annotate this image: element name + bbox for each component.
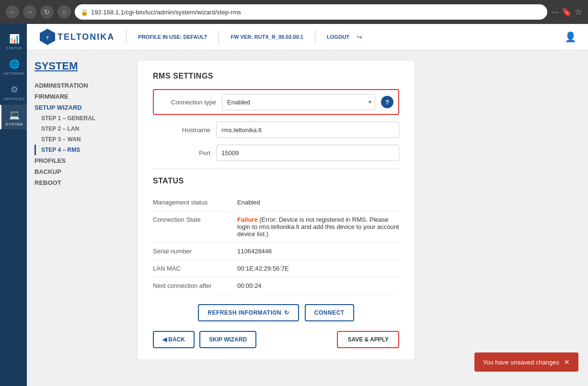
nav-item-step2[interactable]: STEP 2 – LAN [35,124,125,134]
section-divider [153,169,399,169]
rms-settings-title: RMS SETTINGS [153,72,399,80]
management-status-value: Enabled [237,199,399,206]
status-row-serial: Serial number 1106428446 [153,243,399,260]
bottom-navigation-buttons: ◀ BACK SKIP WIZARD SAVE & APPLY [153,331,399,348]
logout-icon[interactable]: ↪ [357,34,362,41]
home-nav-button[interactable]: ⌂ [58,5,71,19]
system-icon: 💻 [9,110,20,120]
sidebar-label-services: SERVICES [3,97,24,101]
settings-card: RMS SETTINGS Connection type Enabled Dis… [137,60,415,360]
toast-message: You have unsaved changes [483,359,559,366]
browser-action-buttons: ··· 🔖 ☆ [551,7,582,17]
connection-type-row: Connection type Enabled Disabled ▾ ? [153,89,399,115]
serial-number-value: 1106428446 [237,248,399,255]
left-nav: SYSTEM ADMINISTRATION FIRMWARE SETUP WIZ… [27,50,132,386]
connection-state-key: Connection State [153,216,230,223]
header-divider-1 [126,30,127,44]
status-row-management: Management status Enabled [153,194,399,211]
next-connection-value: 00:00:24 [237,282,399,289]
services-icon: ⚙ [11,84,18,95]
unsaved-changes-toast: You have unsaved changes ✕ [474,352,578,372]
failure-label: Failure [237,216,258,223]
lan-mac-value: 00:1E:42:29:56:7E [237,265,399,272]
skip-wizard-button[interactable]: SKIP WIZARD [199,331,256,348]
bottom-left-buttons: ◀ BACK SKIP WIZARD [153,331,256,348]
failure-detail: (Error: Device is not registered in RMS.… [237,216,399,238]
url-text: 192.168.1.1/cgi-bin/luci/admin/system/wi… [91,9,241,16]
sidebar-item-services[interactable]: ⚙ SERVICES [0,79,27,104]
secure-icon: 🔒 [81,9,88,16]
sidebar-label-status: STATUS [6,46,22,50]
browser-chrome: ← → ↻ ⌂ 🔒 192.168.1.1/cgi-bin/luci/admin… [0,0,588,24]
header-divider-2 [219,30,219,44]
refresh-btn-label: REFRESH INFORMATION [208,309,281,316]
main-panel: RMS SETTINGS Connection type Enabled Dis… [132,50,588,386]
sidebar-label-system: SYSTEM [6,122,23,126]
refresh-nav-button[interactable]: ↻ [40,5,54,19]
sidebar-item-status[interactable]: 📊 STATUS [0,29,27,53]
management-status-key: Management status [153,199,230,206]
status-title: STATUS [153,177,399,185]
star-button[interactable]: ☆ [575,7,582,17]
profile-label: PROFILE IN USE: DEFAULT [138,34,207,40]
sidebar-item-network[interactable]: 🌐 NETWORK [0,54,27,79]
hostname-row: Hostname [153,122,399,138]
hostname-label: Hostname [153,126,210,134]
port-input[interactable] [216,145,399,161]
more-button[interactable]: ··· [551,7,558,17]
next-connection-key: Next connection after [153,282,230,289]
nav-item-step4[interactable]: STEP 4 – RMS [35,145,125,155]
logo-area: T TELTONIKA [38,28,115,46]
status-row-next-connection: Next connection after 00:00:24 [153,277,399,295]
port-row: Port [153,145,399,161]
network-icon: 🌐 [9,59,20,69]
toast-close-button[interactable]: ✕ [564,358,570,366]
connection-type-help-button[interactable]: ? [381,96,393,108]
sidebar-label-network: NETWORK [3,71,24,76]
nav-item-firmware[interactable]: FIRMWARE [35,91,125,102]
nav-item-step3[interactable]: STEP 3 – WAN [35,134,125,145]
top-header: T TELTONIKA PROFILE IN USE: DEFAULT FW V… [27,24,588,50]
logout-button[interactable]: LOGOUT [327,34,349,40]
connection-type-label: Connection type [159,99,216,106]
nav-item-step1[interactable]: STEP 1 – GENERAL [35,113,125,124]
connect-btn-label: CONNECT [314,309,345,316]
bookmark-button[interactable]: 🔖 [561,7,572,17]
back-nav-button[interactable]: ← [6,5,19,19]
nav-item-profiles[interactable]: PROFILES [35,155,125,166]
connect-button[interactable]: CONNECT [305,304,354,321]
action-buttons-row: REFRESH INFORMATION ↻ CONNECT [153,304,399,321]
connection-state-value: Failure (Error: Device is not registered… [237,216,399,238]
status-icon: 📊 [9,34,20,44]
header-divider-3 [315,30,315,44]
nav-item-backup[interactable]: BACKUP [35,166,125,177]
connection-type-select-wrapper: Enabled Disabled ▾ [222,94,375,110]
user-icon[interactable]: 👤 [565,31,576,43]
sidebar: 📊 STATUS 🌐 NETWORK ⚙ SERVICES 💻 SYSTEM [0,24,27,386]
hostname-input[interactable] [216,122,399,138]
lan-mac-key: LAN MAC [153,265,230,272]
address-bar[interactable]: 🔒 192.168.1.1/cgi-bin/luci/admin/system/… [75,4,547,20]
nav-title[interactable]: SYSTEM [35,60,125,72]
teltonika-logo-icon: T [38,28,57,46]
logo-text: TELTONIKA [58,32,115,42]
refresh-information-button[interactable]: REFRESH INFORMATION ↻ [198,304,299,321]
refresh-icon: ↻ [284,309,289,316]
status-row-mac: LAN MAC 00:1E:42:29:56:7E [153,260,399,277]
back-button[interactable]: ◀ BACK [153,331,195,348]
nav-item-reboot[interactable]: REBOOT [35,177,125,188]
nav-item-setup-wizard[interactable]: SETUP WIZARD [35,102,125,113]
fw-label: FW VER: RUTX_R_00.02.00.1 [231,34,303,40]
svg-text:T: T [46,35,49,40]
status-row-connection: Connection State Failure (Error: Device … [153,211,399,243]
connection-type-select[interactable]: Enabled Disabled [222,94,375,110]
page-content: SYSTEM ADMINISTRATION FIRMWARE SETUP WIZ… [27,50,588,386]
forward-nav-button[interactable]: → [23,5,36,19]
serial-number-key: Serial number [153,248,230,255]
save-apply-button[interactable]: SAVE & APPLY [337,331,399,348]
nav-item-administration[interactable]: ADMINISTRATION [35,80,125,91]
sidebar-item-system[interactable]: 💻 SYSTEM [0,105,27,129]
port-label: Port [153,149,210,157]
